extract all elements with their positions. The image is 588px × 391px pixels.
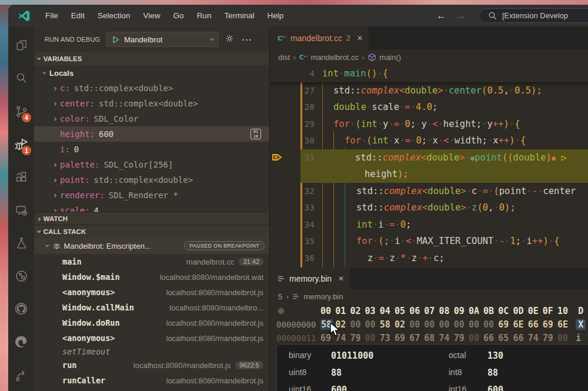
views-more-actions-icon[interactable]: ··· — [242, 35, 252, 45]
hex-byte[interactable]: 00 — [469, 333, 483, 343]
variable-row-palette[interactable]: ›palette:SDL_Color[256] — [34, 157, 269, 172]
variable-row-renderer[interactable]: ›renderer:SDL_Renderer * — [34, 188, 269, 203]
run-and-debug-icon[interactable]: 1 — [8, 128, 34, 161]
hex-byte[interactable]: 00 — [365, 319, 380, 330]
debug-visualizer-icon[interactable] — [8, 259, 34, 292]
code-line-36[interactable]: 36z·=·z·*·z·+·c; — [270, 250, 588, 267]
hex-byte[interactable]: 66 — [528, 319, 543, 330]
stack-frame-row[interactable]: Window.callMainlocalhost:8080/mandelbro.… — [34, 300, 269, 315]
chevron-right-icon[interactable]: › — [51, 160, 60, 169]
search-sidebar-icon[interactable] — [8, 62, 34, 95]
hex-byte[interactable]: 02 — [395, 319, 409, 330]
breadcrumb-folder[interactable]: dist — [278, 53, 290, 62]
sticky-scroll-line[interactable]: 4int·main()·{ — [270, 65, 588, 82]
remote-explorer-icon[interactable] — [8, 193, 34, 226]
hex-byte[interactable]: 00 — [454, 319, 469, 330]
tab-mandelbrot-cc[interactable]: C ++ mandelbrot.cc 2 ✕ — [270, 26, 369, 49]
menu-view[interactable]: View — [137, 9, 167, 22]
code-line-27[interactable]: 27std::complex<double>·center(0.5,·0.5); — [270, 82, 588, 99]
github-icon[interactable] — [8, 292, 34, 325]
hex-byte[interactable]: 00 — [557, 333, 572, 343]
hex-settings-gear-icon[interactable] — [276, 306, 314, 316]
hex-byte[interactable]: 74 — [439, 333, 454, 343]
source-control-icon[interactable]: 4 — [8, 95, 34, 128]
code-line-28[interactable]: 28double·scale·=·4.0; — [270, 99, 588, 116]
menu-file[interactable]: File — [39, 9, 65, 22]
code-editor[interactable]: 4int·main()·{27std::complex<double>·cent… — [270, 65, 588, 268]
hex-byte[interactable]: 67 — [409, 333, 424, 343]
extensions-icon[interactable] — [8, 161, 34, 193]
menu-selection[interactable]: Selection — [91, 9, 137, 22]
stack-frame-row[interactable]: <anonymous>localhost:8080/mandelbrot.js — [34, 330, 269, 346]
variable-row-scale[interactable]: ›scale:4 — [34, 203, 269, 212]
nav-back-button[interactable]: ← — [436, 10, 446, 22]
close-icon[interactable]: ✕ — [357, 34, 363, 42]
debug-session-row[interactable]: › Mandelbrot: Emscripten... PAUSED ON BR… — [34, 238, 269, 254]
code-line-31[interactable]: 31······std::complex<double>·●point((dou… — [270, 149, 588, 166]
hex-byte[interactable]: 73 — [380, 333, 395, 343]
live-share-icon[interactable] — [8, 358, 34, 391]
variable-row-height[interactable]: height:6000110 — [34, 126, 269, 142]
stack-frame-row[interactable]: runlocalhost:8080/mandelbrot.js9622:5 — [34, 357, 269, 373]
stack-frame-row[interactable]: Window.$mainlocalhost:8080/mandelbrot.wa… — [34, 269, 269, 285]
testing-icon[interactable] — [8, 226, 34, 259]
watch-section-header[interactable]: › WATCH — [34, 212, 269, 225]
chevron-right-icon[interactable]: › — [51, 206, 60, 212]
hex-byte[interactable]: 69 — [498, 319, 513, 330]
hex-byte[interactable]: 6E — [513, 319, 527, 330]
edge-browser-icon[interactable] — [8, 325, 34, 358]
hex-byte[interactable]: 00 — [469, 319, 483, 330]
stack-frame-row[interactable]: mainmandelbrot.cc31:42 — [34, 254, 269, 269]
command-center-search[interactable]: [Extension Develop — [479, 8, 588, 23]
chevron-right-icon[interactable]: › — [51, 191, 60, 200]
paused-breakpoint-arrow-icon[interactable] — [270, 152, 300, 162]
hex-byte[interactable]: 79 — [454, 333, 469, 343]
menu-run[interactable]: Run — [191, 9, 218, 22]
chevron-right-icon[interactable]: › — [51, 175, 60, 185]
hex-byte[interactable]: 68 — [424, 333, 439, 343]
hex-byte[interactable]: 79 — [543, 333, 557, 343]
variables-section-header[interactable]: › VARIABLES — [34, 52, 269, 65]
variable-row-i[interactable]: i:0 — [34, 142, 269, 157]
breadcrumb-memory-ref[interactable]: 5 — [278, 292, 282, 301]
chevron-right-icon[interactable]: › — [51, 83, 60, 93]
debug-settings-gear-icon[interactable] — [225, 34, 235, 45]
hex-byte[interactable]: 00 — [439, 319, 454, 330]
chevron-right-icon[interactable]: › — [51, 99, 60, 108]
call-stack-section-header[interactable]: › CALL STACK — [34, 225, 269, 238]
hex-byte[interactable]: 79 — [350, 333, 365, 343]
hex-editor[interactable]: 000102030405060708090A0B0C0D0E0F10D00000… — [270, 304, 588, 345]
menu-go[interactable]: Go — [167, 9, 191, 22]
hex-byte[interactable]: 00 — [409, 319, 424, 330]
close-icon[interactable]: ✕ — [338, 275, 344, 283]
hex-byte[interactable]: 00 — [483, 319, 498, 330]
breadcrumb-symbol[interactable]: main() — [379, 53, 401, 62]
variable-row-c[interactable]: ›c:std::complex<double> — [34, 81, 269, 96]
breadcrumb-file[interactable]: mandelbrot.cc — [310, 53, 359, 62]
menu-edit[interactable]: Edit — [65, 9, 91, 22]
code-line-34[interactable]: 34int·i·=·0; — [270, 216, 588, 233]
hex-byte[interactable]: 58 — [380, 319, 395, 330]
hex-byte[interactable]: 00 — [350, 319, 365, 330]
hex-byte[interactable]: 65 — [498, 333, 513, 343]
tab-memory-bin[interactable]: memory.bin ✕ — [270, 268, 350, 289]
hex-byte[interactable]: 00 — [424, 319, 439, 330]
stack-frame-row[interactable]: <anonymous>localhost:8080/mandelbrot.js — [34, 285, 269, 300]
hex-byte[interactable]: 74 — [528, 333, 543, 343]
start-debug-icon[interactable] — [111, 35, 120, 44]
nav-forward-button[interactable]: → — [456, 10, 466, 22]
hex-byte[interactable]: 69 — [543, 319, 557, 330]
menu-terminal[interactable]: Terminal — [218, 9, 260, 22]
code-line-33[interactable]: 33std::complex<double>·z(0,·0); — [270, 199, 588, 216]
variable-row-point[interactable]: ›point:std::complex<double> — [34, 172, 269, 188]
breadcrumb-memory-file[interactable]: memory.bin — [303, 292, 343, 301]
hex-byte[interactable]: 69 — [395, 333, 409, 343]
hex-byte[interactable]: 6E — [557, 319, 572, 330]
hex-byte[interactable]: 66 — [513, 333, 527, 343]
view-binary-icon[interactable]: 0110 — [250, 129, 261, 139]
variable-row-center[interactable]: ›center:std::complex<double> — [34, 96, 269, 111]
stack-frame-row[interactable]: Window.doRunlocalhost:8080/mandelbrot.js — [34, 315, 269, 330]
hex-byte[interactable]: 00 — [365, 333, 380, 343]
variable-row-color[interactable]: ›color:SDL_Color — [34, 111, 269, 126]
code-line-29[interactable]: 29for·(int·y·=·0;·y·<·height;·y++)·{ — [270, 116, 588, 133]
